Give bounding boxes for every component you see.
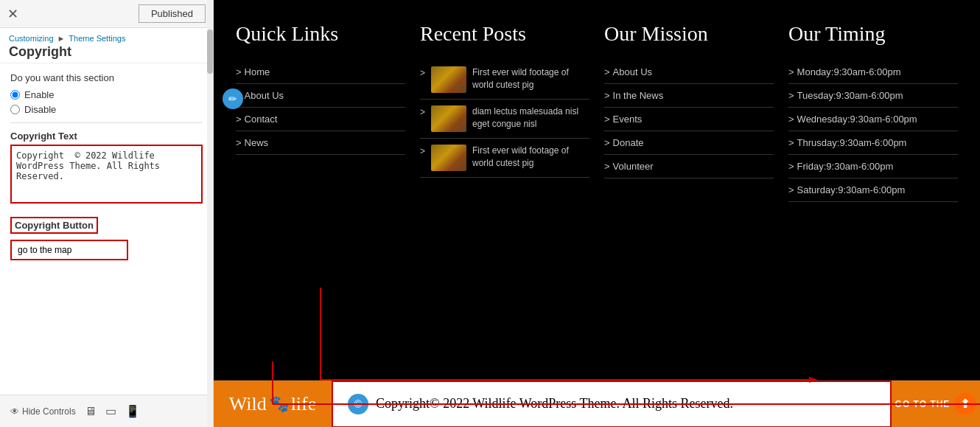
our-mission-heading: Our Mission [604, 22, 774, 46]
quick-links-heading: Quick Links [236, 22, 405, 46]
our-mission-column: Our Mission About Us In the News Events … [604, 22, 774, 365]
goto-up-icon: ⬆ [954, 393, 976, 415]
disable-radio[interactable]: Disable [10, 104, 203, 115]
mission-link-news[interactable]: In the News [604, 84, 774, 108]
goto-button[interactable]: GO TO THE ⬆ [892, 381, 980, 428]
bottom-bar: 👁 Hide Controls 🖥 ▭ 📱 [0, 395, 213, 427]
copyright-button-input[interactable] [10, 240, 128, 260]
close-button[interactable]: ✕ [7, 6, 18, 22]
breadcrumb-separator: ► [57, 34, 66, 43]
copyright-button-label: Copyright Button [10, 217, 98, 234]
timing-friday: Friday:9:30am-6:00pm [788, 155, 958, 178]
copyright-circle-icon: © [348, 394, 368, 414]
edit-pencil-icon[interactable]: ✏ [223, 88, 243, 109]
quick-links-column: Quick Links Home About Us Contact News [236, 22, 405, 365]
hide-controls-label: Hide Controls [22, 406, 76, 417]
desktop-icon[interactable]: 🖥 [85, 405, 97, 418]
post-thumbnail-1 [431, 66, 466, 93]
copyright-bar: © Copyright© 2022 Wildlife WordPress The… [332, 381, 892, 428]
left-panel: ✕ Published Customizing ► Theme Settings… [0, 0, 214, 427]
disable-label: Disable [24, 104, 56, 115]
mobile-icon[interactable]: 📱 [125, 404, 140, 418]
eye-icon: 👁 [10, 406, 19, 417]
footer-content: Quick Links Home About Us Contact News R… [214, 0, 980, 380]
copyright-bar-text: Copyright© 2022 Wildlife WordPress Theme… [376, 396, 733, 412]
divider [10, 122, 203, 123]
mission-link-donate[interactable]: Donate [604, 131, 774, 155]
radio-group: Enable Disable [10, 89, 203, 115]
disable-radio-input[interactable] [10, 105, 20, 114]
goto-label: GO TO THE [895, 399, 951, 409]
page-title: Copyright [9, 44, 204, 60]
timing-tuesday: Tuesday:9:30am-6:00pm [788, 84, 958, 108]
timing-thursday: Thrusday:9:30am-6:00pm [788, 131, 958, 155]
breadcrumb-area: Customizing ► Theme Settings Copyright [0, 28, 213, 63]
theme-settings-link[interactable]: Theme Settings [69, 34, 125, 43]
logo-text: Wild [229, 393, 267, 415]
timing-wednesday: Wednesday:9:30am-6:00pm [788, 108, 958, 131]
recent-posts-column: Recent Posts First ever wild footage of … [420, 22, 589, 365]
footer-link-news[interactable]: News [236, 131, 405, 155]
footer-link-home[interactable]: Home [236, 60, 405, 84]
enable-label: Enable [24, 89, 54, 100]
footer-link-about[interactable]: About Us [236, 84, 405, 108]
our-timing-heading: Our Timing [788, 22, 958, 46]
scroll-indicator[interactable] [207, 0, 213, 427]
breadcrumb: Customizing ► Theme Settings [9, 34, 204, 43]
copyright-button-section: Copyright Button [10, 217, 203, 260]
timing-monday: Monday:9:30am-6:00pm [788, 60, 958, 84]
our-timing-column: Our Timing Monday:9:30am-6:00pm Tuesday:… [788, 22, 958, 365]
tablet-icon[interactable]: ▭ [105, 404, 116, 418]
post-text-3: First ever wild footage of world cutest … [472, 145, 589, 170]
logo-icon: 🐾 [269, 395, 289, 414]
timing-saturday: Saturday:9:30am-6:00pm [788, 178, 958, 202]
footer-bottom: Wild 🐾 life © Copyright© 2022 Wildlife W… [214, 380, 980, 427]
hide-controls-button[interactable]: 👁 Hide Controls [10, 406, 76, 417]
mission-link-about[interactable]: About Us [604, 60, 774, 84]
footer-link-contact[interactable]: Contact [236, 108, 405, 131]
recent-post-3: First ever wild footage of world cutest … [420, 139, 589, 178]
recent-posts-heading: Recent Posts [420, 22, 589, 46]
post-text-1: First ever wild footage of world cutest … [472, 66, 589, 91]
section-question: Do you want this section [10, 72, 203, 83]
scroll-thumb [207, 29, 213, 74]
enable-radio-input[interactable] [10, 90, 20, 100]
enable-radio[interactable]: Enable [10, 89, 203, 100]
mission-link-events[interactable]: Events [604, 108, 774, 131]
right-panel: ✏ Quick Links Home About Us Contact News… [214, 0, 980, 427]
panel-content: Do you want this section Enable Disable … [0, 63, 213, 395]
post-thumbnail-3 [431, 145, 466, 171]
post-thumbnail-2 [431, 105, 466, 132]
customizing-link[interactable]: Customizing [9, 34, 54, 43]
top-bar: ✕ Published [0, 0, 213, 28]
mission-link-volunteer[interactable]: Volunteer [604, 155, 774, 178]
copyright-text-label: Copyright Text [10, 131, 203, 142]
recent-post-1: First ever wild footage of world cutest … [420, 60, 589, 100]
footer-logo: Wild 🐾 life [214, 381, 332, 428]
post-text-2: diam lectus malesuada nisl eget congue n… [472, 105, 589, 131]
published-button[interactable]: Published [139, 4, 206, 23]
logo-text-2: life [291, 393, 317, 415]
copyright-textarea[interactable]: Copyright © 2022 Wildlife WordPress Them… [10, 145, 203, 204]
recent-post-2: diam lectus malesuada nisl eget congue n… [420, 100, 589, 139]
